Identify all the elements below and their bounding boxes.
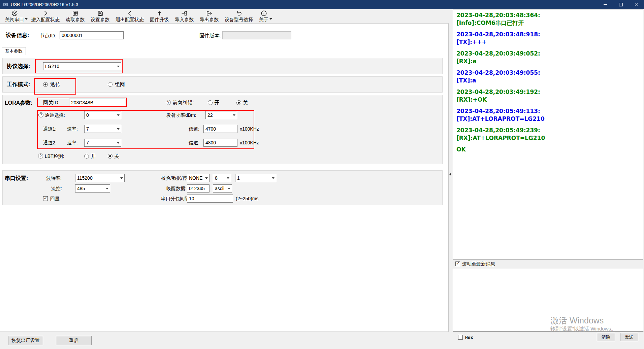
node-id-input[interactable]	[60, 31, 124, 39]
toolbar-set-params[interactable]: 设置参数	[88, 9, 112, 23]
stopbits-combo[interactable]: 1	[235, 174, 276, 182]
log-message: [RX]:a	[456, 58, 640, 65]
factory-reset-button[interactable]: 恢复出厂设置	[8, 336, 43, 345]
bottom-bar: 恢复出厂设置 重启 Hex 清除 发送	[0, 331, 644, 349]
log-time: 2023-04-28,20:03:49:192:	[456, 88, 640, 96]
radio-lbt-on[interactable]	[84, 154, 89, 159]
toolbar-read-params[interactable]: 读取参数	[63, 9, 88, 23]
tab-basic-params[interactable]: 基本参数	[2, 47, 26, 55]
wake-encoding-combo[interactable]: ascii	[213, 184, 232, 193]
window-title: USR-LG206/DR206/DR216 V1.5.3	[11, 2, 78, 7]
radio-lbt-off[interactable]	[108, 154, 112, 159]
node-id-label: 节点ID:	[40, 33, 56, 39]
channel2-freq-input[interactable]	[203, 139, 237, 147]
window-controls	[598, 0, 644, 9]
radio-network-mode[interactable]	[108, 82, 112, 87]
stopbits-value: 1	[235, 175, 270, 181]
exit-config-icon	[126, 10, 133, 17]
restart-button[interactable]: 重启	[56, 336, 92, 345]
parity-value: NONE	[187, 175, 203, 181]
log-output[interactable]: 2023-04-28,20:03:48:364: [Info]:COM6串口已打…	[453, 9, 643, 259]
close-serial-icon	[11, 10, 18, 17]
collapse-left-icon[interactable]	[449, 173, 451, 176]
wake-data-input[interactable]	[187, 184, 210, 193]
toolbar-device-model-select[interactable]: 设备型号选择	[222, 9, 256, 23]
chevron-down-icon[interactable]	[25, 18, 28, 20]
scroll-latest-checkbox[interactable]	[455, 261, 460, 266]
close-button[interactable]	[629, 0, 644, 9]
channel-select-combo[interactable]: 0	[84, 111, 121, 119]
channel1-freq-input[interactable]	[203, 125, 237, 133]
toolbar-label: 导出参数	[200, 17, 219, 23]
packet-interval-input[interactable]	[187, 195, 233, 203]
databits-combo[interactable]: 8	[213, 174, 231, 182]
databits-value: 8	[213, 175, 225, 181]
help-icon[interactable]	[38, 153, 43, 159]
set-params-icon	[97, 10, 104, 17]
chevron-down-icon	[115, 125, 121, 133]
toolbar-label: 进入配置状态	[31, 17, 60, 23]
log-entry: 2023-04-28,20:05:49:113: [TX]:AT+LORAPRO…	[456, 107, 640, 123]
log-entry: 2023-04-28,20:03:49:052: [RX]:a	[456, 50, 640, 65]
firmware-version-label: 固件版本:	[199, 33, 221, 39]
radio-fec-on[interactable]	[208, 100, 213, 105]
log-time: 2023-04-28,20:03:49:055:	[456, 69, 640, 77]
chevron-down-icon	[226, 185, 232, 192]
splitter[interactable]	[449, 9, 453, 349]
about-icon	[260, 10, 267, 17]
chevron-down-icon	[115, 63, 121, 70]
chevron-down-icon	[203, 174, 209, 182]
toolbar-about[interactable]: 关于	[256, 9, 271, 23]
tx-power-combo[interactable]: 22	[205, 111, 237, 119]
channel2-rate-combo[interactable]: 7	[84, 139, 121, 147]
protocol-select[interactable]: LG210	[43, 62, 121, 70]
channel1-rate-value: 7	[85, 126, 115, 132]
send-button[interactable]: 发送	[620, 333, 638, 341]
channel-freq-label: 信道:	[189, 140, 199, 146]
wake-encoding-value: ascii	[213, 186, 226, 191]
echo-checkbox[interactable]	[43, 196, 48, 201]
log-entry: 2023-04-28,20:03:48:918: [TX]:+++	[456, 31, 640, 46]
toolbar-label: 关闭串口	[5, 17, 24, 23]
minimize-button[interactable]	[598, 0, 613, 9]
radio-fec-off[interactable]	[236, 100, 241, 105]
toolbar-label: 关于	[259, 17, 268, 23]
hex-checkbox[interactable]	[458, 335, 463, 340]
gateway-id-input[interactable]	[69, 99, 125, 107]
log-entry: 2023-04-28,20:03:49:192: [RX]:+OK	[456, 88, 640, 104]
help-icon[interactable]	[166, 100, 171, 105]
log-message: [RX]:+OK	[456, 96, 640, 104]
toolbar-firmware-upgrade[interactable]: 固件升级	[147, 9, 172, 23]
toolbar-exit-config[interactable]: 退出配置状态	[112, 9, 147, 23]
rate-label: 速率:	[67, 126, 78, 132]
radio-transparent-mode[interactable]	[43, 82, 48, 87]
parity-combo[interactable]: NONE	[187, 174, 210, 182]
hex-label: Hex	[465, 335, 473, 340]
work-mode-panel	[2, 76, 443, 93]
log-entry: 2023-04-28,20:05:49:239: [RX]:AT+LORAPRO…	[456, 127, 640, 142]
toolbar-enter-config[interactable]: 进入配置状态	[28, 9, 63, 23]
baud-combo[interactable]: 115200	[75, 174, 125, 182]
help-icon[interactable]	[38, 112, 43, 117]
toolbar-export-params[interactable]: 导出参数	[197, 9, 222, 23]
channel-select-value: 0	[85, 112, 115, 118]
lbt-label: LBT检测:	[45, 153, 64, 160]
gateway-id-label: 网关ID:	[43, 100, 60, 106]
maximize-button[interactable]	[613, 0, 629, 9]
clear-button[interactable]: 清除	[597, 333, 615, 341]
channel-freq-label: 信道:	[189, 126, 199, 132]
channel-select-label: 通道选择:	[45, 112, 65, 118]
toolbar-label: 退出配置状态	[116, 17, 144, 23]
rate-label: 速率:	[67, 140, 78, 146]
channel1-rate-combo[interactable]: 7	[84, 125, 121, 133]
toolbar-import-params[interactable]: 导入参数	[172, 9, 197, 23]
send-input-area[interactable]	[453, 269, 643, 331]
chevron-down-icon[interactable]	[269, 18, 272, 20]
packet-interval-label: 串口分包间隔:	[161, 196, 191, 202]
protocol-section-label: 协议选择:	[7, 63, 30, 70]
log-message: [Info]:COM6串口已打开	[456, 19, 640, 27]
baud-label: 波特率:	[46, 175, 62, 181]
tx-power-value: 22	[206, 112, 231, 118]
flow-control-combo[interactable]: 485	[75, 184, 110, 193]
toolbar-close-serial[interactable]: 关闭串口	[2, 9, 27, 23]
